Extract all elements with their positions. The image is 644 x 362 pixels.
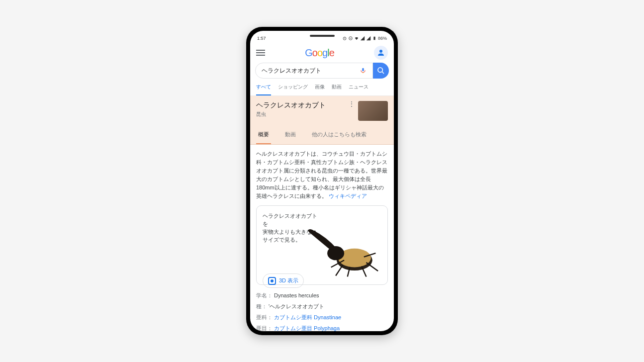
- tab-shopping[interactable]: ショッピング: [278, 84, 308, 95]
- kg-tabs: 概要 動画 他の人はこちらも検索: [250, 126, 394, 145]
- mic-icon[interactable]: [360, 67, 367, 74]
- tab-videos[interactable]: 動画: [332, 84, 342, 95]
- fact-suborder: 亜目： カブトムシ亜目 Polyphaga: [256, 323, 388, 331]
- kg-subtitle: 昆虫: [256, 111, 326, 118]
- ar-card: ヘラクレスオオカブトを 実物大よりも大きな サイズで見る。 3D 表示: [256, 205, 388, 285]
- alarm-icon: [342, 36, 347, 41]
- kg-thumbnail[interactable]: [358, 101, 388, 121]
- status-bar: 1:57 86%: [250, 34, 394, 43]
- signal-icon: [360, 36, 365, 41]
- menu-icon[interactable]: [256, 48, 265, 57]
- more-icon[interactable]: ⋮: [348, 100, 355, 108]
- beetle-image: [303, 214, 387, 278]
- phone-frame: 1:57 86% Google すべて ショッピング 画像 動画 ニュース ヘラ…: [246, 27, 398, 335]
- fact-subfamily: 亜科： カブトムシ亜科 Dynastinae: [256, 312, 388, 323]
- fact-species: 種： 'ヘルクレスオオカブト: [256, 301, 388, 312]
- knowledge-panel-header: ヘラクレスオオカブト 昆虫 ⋮: [250, 96, 394, 126]
- screen: 1:57 86% Google すべて ショッピング 画像 動画 ニュース ヘラ…: [250, 31, 394, 331]
- kg-title: ヘラクレスオオカブト: [256, 101, 326, 110]
- search-button[interactable]: [373, 63, 389, 79]
- search-box[interactable]: [255, 63, 373, 79]
- kg-tab-related[interactable]: 他の人はこちらも検索: [310, 126, 368, 144]
- description-text: ヘルクレスオオカブトは、コウチュウ目・カブトムシ科・カブトムシ亜科・真性カブトム…: [256, 151, 387, 199]
- search-row: [250, 63, 394, 79]
- svg-point-3: [379, 50, 382, 53]
- battery-pct: 86%: [378, 36, 387, 41]
- dnd-icon: [348, 36, 353, 41]
- search-input[interactable]: [262, 67, 360, 74]
- view-3d-button[interactable]: 3D 表示: [263, 273, 304, 288]
- tab-all[interactable]: すべて: [256, 84, 271, 95]
- svg-rect-4: [362, 68, 364, 71]
- facts-list: 学名： Dynastes hercules 種： 'ヘルクレスオオカブト 亜科：…: [256, 290, 388, 331]
- svg-rect-2: [373, 37, 375, 40]
- wifi-icon: [354, 36, 359, 41]
- signal-icon-2: [366, 36, 371, 41]
- tab-news[interactable]: ニュース: [349, 84, 368, 95]
- account-icon[interactable]: [374, 46, 388, 60]
- tab-images[interactable]: 画像: [315, 84, 325, 95]
- google-logo: Google: [305, 47, 334, 59]
- svg-point-5: [378, 68, 382, 72]
- battery-icon: [372, 36, 377, 41]
- nav-tabs: すべて ショッピング 画像 動画 ニュース: [250, 79, 394, 96]
- kg-tab-overview[interactable]: 概要: [256, 126, 271, 144]
- wikipedia-link[interactable]: ウィキペディア: [329, 193, 367, 199]
- kg-tab-videos[interactable]: 動画: [283, 126, 298, 144]
- content-area[interactable]: ヘルクレスオオカブトは、コウチュウ目・カブトムシ科・カブトムシ亜科・真性カブトム…: [250, 145, 394, 331]
- ar-icon: [268, 277, 276, 285]
- status-icons: 86%: [342, 36, 387, 41]
- fact-scientific-name: 学名： Dynastes hercules: [256, 290, 388, 301]
- app-header: Google: [250, 43, 394, 63]
- status-time: 1:57: [257, 36, 266, 41]
